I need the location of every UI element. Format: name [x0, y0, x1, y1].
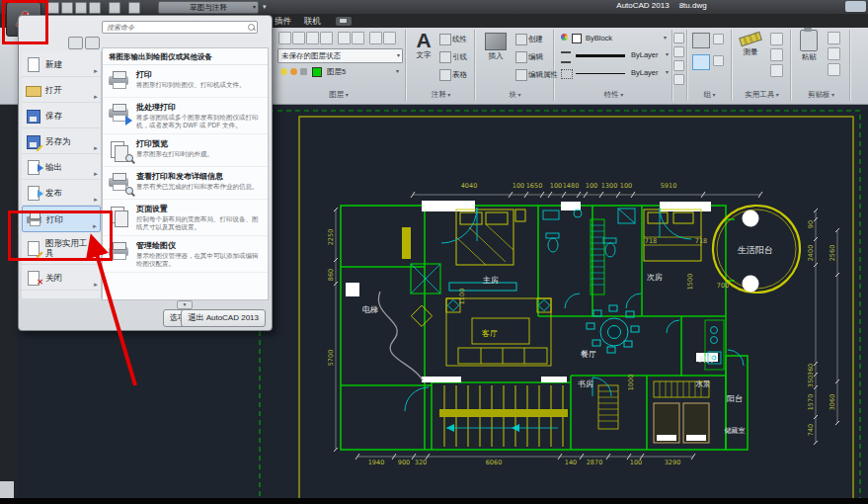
- batch-plot-option[interactable]: 批处理打印 将多张图纸或多个图形发布到绘图仪或打印机，或者发布为 DWF 或 P…: [103, 98, 268, 134]
- menu-right-panel: 将图形输出到绘图仪或其他设备 打印 将图形打印到绘图仪、打印机或文件。 批处理打…: [102, 47, 269, 300]
- recent-documents-icon[interactable]: [68, 37, 83, 49]
- paste-tool[interactable]: 粘贴: [796, 30, 822, 62]
- qat-more-icon[interactable]: ▾: [263, 3, 267, 11]
- ungroup-icon[interactable]: [692, 54, 710, 70]
- edit-attribute-icon[interactable]: [515, 69, 527, 81]
- measure-tool[interactable]: 测量: [737, 31, 764, 57]
- open-documents-icon[interactable]: [85, 37, 100, 49]
- redo-icon[interactable]: [128, 2, 140, 14]
- table-label[interactable]: 表格: [452, 70, 467, 80]
- layer-freeze-icon[interactable]: [320, 32, 333, 44]
- utilities-panel-label[interactable]: 实用工具: [734, 90, 790, 100]
- print-option[interactable]: 打印 将图形打印到绘图仪、打印机或文件。: [103, 65, 268, 98]
- plot-preview-option[interactable]: 打印预览 显示图形在打印时的外观。: [103, 134, 268, 167]
- layer-match-icon[interactable]: [338, 32, 351, 44]
- elevator-shaft: [378, 264, 440, 380]
- linetype-dropdown[interactable]: ByLayer: [628, 66, 671, 79]
- plot-details-option[interactable]: 查看打印和发布详细信息 显示有关已完成的打印和发布作业的信息。: [103, 167, 268, 200]
- undo-icon[interactable]: [109, 2, 120, 14]
- open-file-icon[interactable]: [61, 2, 73, 14]
- save-file-icon[interactable]: [75, 2, 87, 14]
- svg-text:2870: 2870: [587, 459, 603, 466]
- master-bed: [402, 210, 525, 265]
- svg-text:360: 360: [807, 364, 815, 376]
- create-block-icon[interactable]: [515, 34, 527, 45]
- text-tool[interactable]: A 文字: [412, 31, 435, 60]
- dining-table: [587, 305, 639, 353]
- table-icon[interactable]: [439, 69, 451, 81]
- tab-plugins[interactable]: 插件: [271, 16, 295, 28]
- layer-isolate-icon[interactable]: [306, 32, 319, 44]
- cut-icon[interactable]: [828, 32, 840, 44]
- quick-calc-icon[interactable]: [770, 64, 783, 77]
- svg-text:6060: 6060: [486, 459, 503, 466]
- sun-icon[interactable]: [290, 68, 297, 75]
- flyout-1-icon[interactable]: [673, 33, 684, 43]
- id-point-icon[interactable]: [770, 33, 783, 45]
- svg-text:700: 700: [717, 282, 729, 290]
- linear-dim-icon[interactable]: [439, 34, 451, 45]
- groups-panel-label[interactable]: 组: [688, 90, 731, 100]
- layer-dropdown[interactable]: 图层5: [324, 65, 401, 78]
- insert-block-tool[interactable]: 插入: [482, 33, 510, 61]
- svg-text:1500: 1500: [686, 274, 694, 291]
- page-setup-option[interactable]: 页面设置 控制每个新布局的页面布局、打印设备、图纸尺寸以及其他设置。: [103, 200, 268, 236]
- block-cube-icon: [485, 33, 507, 50]
- layer-off-icon[interactable]: [292, 32, 305, 44]
- menu-item-save[interactable]: 保存: [22, 103, 101, 128]
- lock-icon[interactable]: [300, 68, 307, 75]
- paste-special-icon[interactable]: [828, 63, 840, 76]
- annotation-panel-label[interactable]: 注释: [408, 90, 474, 100]
- tab-online[interactable]: 联机: [300, 16, 325, 28]
- menu-left-column: 新建► 打开► 保存 另存为► 输出► 发布► 打印► 图形实用工具► ✕关闭►: [22, 51, 102, 298]
- bottom-bar: [0, 498, 868, 504]
- object-color-dropdown[interactable]: ByBlock: [583, 32, 669, 44]
- workspace-selector[interactable]: 草图与注释: [158, 1, 259, 14]
- flyout-2-icon[interactable]: [673, 46, 684, 57]
- search-input[interactable]: [102, 21, 258, 34]
- leader-icon[interactable]: [439, 51, 451, 63]
- block-panel-label[interactable]: 块: [477, 90, 553, 100]
- exit-button[interactable]: 退出 AutoCAD 2013: [181, 309, 266, 327]
- svg-text:餐厅: 餐厅: [581, 350, 596, 359]
- menu-scroll-down[interactable]: ▼: [177, 300, 193, 309]
- manage-plotters-option[interactable]: 管理绘图仪 显示绘图仪管理器，在其中可以添加或编辑绘图仪配置。: [103, 236, 268, 273]
- lineweight-dropdown[interactable]: ByLayer: [628, 48, 671, 61]
- edit-block-label[interactable]: 编辑: [528, 52, 543, 62]
- plot-icon[interactable]: [89, 2, 101, 14]
- svg-text:100: 100: [620, 182, 632, 190]
- group-icon[interactable]: [692, 33, 710, 48]
- leader-label[interactable]: 引线: [452, 52, 467, 62]
- clipboard-panel-label[interactable]: 剪贴板: [793, 90, 849, 100]
- layers-panel-label[interactable]: 图层: [273, 90, 405, 100]
- copy-icon[interactable]: [828, 47, 840, 60]
- group-edit-icon[interactable]: [713, 34, 724, 44]
- window-title: AutoCAD 20138tu.dwg: [523, 1, 800, 10]
- bulb-icon[interactable]: [280, 68, 287, 75]
- layer-state-dropdown[interactable]: 未保存的图层状态: [277, 48, 403, 63]
- new-file-icon[interactable]: [47, 2, 59, 14]
- menu-item-export[interactable]: 输出►: [22, 154, 101, 180]
- menu-item-publish[interactable]: 发布►: [22, 180, 101, 206]
- camera-icon[interactable]: [336, 17, 352, 26]
- flyout-4-icon[interactable]: [673, 74, 684, 85]
- menu-item-close[interactable]: ✕关闭►: [22, 265, 101, 291]
- menu-item-open[interactable]: 打开►: [22, 77, 101, 103]
- linear-dim-label[interactable]: 线性: [452, 35, 467, 44]
- layer-color-swatch: [312, 67, 322, 77]
- menu-item-new[interactable]: 新建►: [22, 51, 101, 77]
- layer-lock-icon[interactable]: [369, 32, 382, 44]
- menu-item-saveas[interactable]: 另存为►: [22, 128, 101, 154]
- layer-unlock-icon[interactable]: [383, 32, 396, 44]
- edit-block-icon[interactable]: [515, 51, 527, 63]
- flyout-3-icon[interactable]: [673, 60, 684, 71]
- quick-select-icon[interactable]: [770, 48, 783, 61]
- create-block-label[interactable]: 创建: [528, 35, 543, 44]
- svg-text:1300: 1300: [601, 182, 618, 190]
- group-manager-icon[interactable]: [713, 55, 724, 66]
- properties-panel-label[interactable]: 特性: [556, 90, 671, 100]
- edit-attribute-label[interactable]: 编辑属性: [528, 70, 558, 80]
- layer-properties-icon[interactable]: [278, 32, 291, 44]
- svg-text:生活阳台: 生活阳台: [738, 245, 773, 255]
- layer-prev-icon[interactable]: [352, 32, 364, 44]
